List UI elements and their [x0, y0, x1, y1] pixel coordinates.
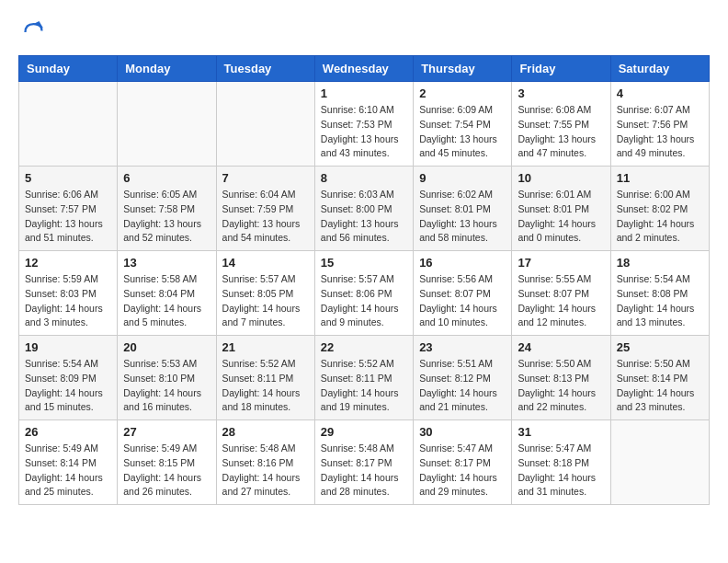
logo [18, 18, 50, 46]
day-number: 6 [123, 171, 210, 185]
day-info: Sunrise: 5:47 AMSunset: 8:17 PMDaylight:… [419, 442, 506, 500]
weekday-header: Saturday [610, 56, 709, 82]
day-number: 19 [25, 340, 111, 354]
page-header [18, 18, 710, 46]
day-info: Sunrise: 6:02 AMSunset: 8:01 PMDaylight:… [419, 188, 506, 246]
weekday-header: Thursday [414, 56, 512, 82]
calendar-day-cell [610, 420, 709, 505]
day-info: Sunrise: 5:52 AMSunset: 8:11 PMDaylight:… [321, 357, 407, 415]
day-info: Sunrise: 5:56 AMSunset: 8:07 PMDaylight:… [419, 272, 506, 330]
day-info: Sunrise: 6:00 AMSunset: 8:02 PMDaylight:… [617, 188, 703, 246]
day-number: 16 [419, 256, 506, 270]
day-number: 26 [25, 425, 111, 439]
calendar-day-cell: 16Sunrise: 5:56 AMSunset: 8:07 PMDayligh… [414, 251, 512, 336]
day-number: 31 [518, 425, 604, 439]
day-info: Sunrise: 5:47 AMSunset: 8:18 PMDaylight:… [518, 442, 604, 500]
weekday-header: Monday [118, 56, 216, 82]
calendar-day-cell: 31Sunrise: 5:47 AMSunset: 8:18 PMDayligh… [512, 420, 610, 505]
day-info: Sunrise: 5:48 AMSunset: 8:16 PMDaylight:… [222, 442, 309, 500]
day-number: 28 [222, 425, 309, 439]
calendar-header-row: SundayMondayTuesdayWednesdayThursdayFrid… [19, 56, 710, 82]
calendar-week-row: 12Sunrise: 5:59 AMSunset: 8:03 PMDayligh… [19, 251, 710, 336]
calendar-day-cell: 7Sunrise: 6:04 AMSunset: 7:59 PMDaylight… [216, 167, 314, 251]
calendar-day-cell: 6Sunrise: 6:05 AMSunset: 7:58 PMDaylight… [118, 167, 216, 251]
day-number: 23 [419, 340, 506, 354]
calendar-day-cell: 24Sunrise: 5:50 AMSunset: 8:13 PMDayligh… [512, 336, 610, 420]
calendar-day-cell: 11Sunrise: 6:00 AMSunset: 8:02 PMDayligh… [610, 167, 709, 251]
weekday-header: Friday [512, 56, 610, 82]
day-info: Sunrise: 5:55 AMSunset: 8:07 PMDaylight:… [518, 272, 604, 330]
day-number: 13 [123, 256, 210, 270]
calendar-week-row: 26Sunrise: 5:49 AMSunset: 8:14 PMDayligh… [19, 420, 710, 505]
calendar-day-cell: 26Sunrise: 5:49 AMSunset: 8:14 PMDayligh… [19, 420, 118, 505]
calendar-week-row: 19Sunrise: 5:54 AMSunset: 8:09 PMDayligh… [19, 336, 710, 420]
calendar-week-row: 1Sunrise: 6:10 AMSunset: 7:53 PMDaylight… [19, 82, 710, 167]
day-info: Sunrise: 5:57 AMSunset: 8:05 PMDaylight:… [222, 272, 309, 330]
day-number: 4 [617, 86, 703, 100]
day-number: 9 [419, 171, 506, 185]
calendar-day-cell [216, 82, 314, 167]
day-number: 24 [518, 340, 604, 354]
day-number: 3 [518, 86, 604, 100]
calendar-day-cell: 12Sunrise: 5:59 AMSunset: 8:03 PMDayligh… [19, 251, 118, 336]
calendar-day-cell: 29Sunrise: 5:48 AMSunset: 8:17 PMDayligh… [314, 420, 413, 505]
calendar-day-cell: 21Sunrise: 5:52 AMSunset: 8:11 PMDayligh… [216, 336, 314, 420]
calendar-day-cell: 10Sunrise: 6:01 AMSunset: 8:01 PMDayligh… [512, 167, 610, 251]
logo-icon [18, 18, 46, 46]
weekday-header: Tuesday [216, 56, 314, 82]
day-info: Sunrise: 6:06 AMSunset: 7:57 PMDaylight:… [25, 188, 111, 246]
calendar-day-cell [118, 82, 216, 167]
day-info: Sunrise: 5:52 AMSunset: 8:11 PMDaylight:… [222, 357, 309, 415]
day-info: Sunrise: 6:07 AMSunset: 7:56 PMDaylight:… [617, 103, 703, 161]
calendar-day-cell: 14Sunrise: 5:57 AMSunset: 8:05 PMDayligh… [216, 251, 314, 336]
day-number: 25 [617, 340, 703, 354]
weekday-header: Wednesday [314, 56, 413, 82]
day-number: 21 [222, 340, 309, 354]
calendar-day-cell: 23Sunrise: 5:51 AMSunset: 8:12 PMDayligh… [414, 336, 512, 420]
day-info: Sunrise: 6:03 AMSunset: 8:00 PMDaylight:… [321, 188, 407, 246]
day-number: 22 [321, 340, 407, 354]
calendar-day-cell: 22Sunrise: 5:52 AMSunset: 8:11 PMDayligh… [314, 336, 413, 420]
day-number: 18 [617, 256, 703, 270]
day-number: 2 [419, 86, 506, 100]
day-info: Sunrise: 5:51 AMSunset: 8:12 PMDaylight:… [419, 357, 506, 415]
calendar-day-cell: 18Sunrise: 5:54 AMSunset: 8:08 PMDayligh… [610, 251, 709, 336]
day-number: 17 [518, 256, 604, 270]
calendar-day-cell: 9Sunrise: 6:02 AMSunset: 8:01 PMDaylight… [414, 167, 512, 251]
calendar-day-cell: 17Sunrise: 5:55 AMSunset: 8:07 PMDayligh… [512, 251, 610, 336]
calendar-table: SundayMondayTuesdayWednesdayThursdayFrid… [18, 55, 710, 505]
day-number: 12 [25, 256, 111, 270]
day-number: 7 [222, 171, 309, 185]
calendar-day-cell: 3Sunrise: 6:08 AMSunset: 7:55 PMDaylight… [512, 82, 610, 167]
day-number: 5 [25, 171, 111, 185]
day-info: Sunrise: 5:54 AMSunset: 8:09 PMDaylight:… [25, 357, 111, 415]
calendar-week-row: 5Sunrise: 6:06 AMSunset: 7:57 PMDaylight… [19, 167, 710, 251]
day-info: Sunrise: 5:59 AMSunset: 8:03 PMDaylight:… [25, 272, 111, 330]
weekday-header: Sunday [19, 56, 118, 82]
day-info: Sunrise: 6:09 AMSunset: 7:54 PMDaylight:… [419, 103, 506, 161]
day-info: Sunrise: 5:50 AMSunset: 8:13 PMDaylight:… [518, 357, 604, 415]
day-info: Sunrise: 5:50 AMSunset: 8:14 PMDaylight:… [617, 357, 703, 415]
day-info: Sunrise: 6:01 AMSunset: 8:01 PMDaylight:… [518, 188, 604, 246]
day-info: Sunrise: 6:08 AMSunset: 7:55 PMDaylight:… [518, 103, 604, 161]
day-info: Sunrise: 6:10 AMSunset: 7:53 PMDaylight:… [321, 103, 407, 161]
calendar-day-cell: 4Sunrise: 6:07 AMSunset: 7:56 PMDaylight… [610, 82, 709, 167]
day-number: 27 [123, 425, 210, 439]
calendar-day-cell: 19Sunrise: 5:54 AMSunset: 8:09 PMDayligh… [19, 336, 118, 420]
calendar-day-cell: 28Sunrise: 5:48 AMSunset: 8:16 PMDayligh… [216, 420, 314, 505]
day-info: Sunrise: 5:49 AMSunset: 8:15 PMDaylight:… [123, 442, 210, 500]
day-info: Sunrise: 5:54 AMSunset: 8:08 PMDaylight:… [617, 272, 703, 330]
calendar-day-cell: 2Sunrise: 6:09 AMSunset: 7:54 PMDaylight… [414, 82, 512, 167]
calendar-day-cell: 15Sunrise: 5:57 AMSunset: 8:06 PMDayligh… [314, 251, 413, 336]
calendar-day-cell: 1Sunrise: 6:10 AMSunset: 7:53 PMDaylight… [314, 82, 413, 167]
day-info: Sunrise: 6:04 AMSunset: 7:59 PMDaylight:… [222, 188, 309, 246]
calendar-day-cell: 13Sunrise: 5:58 AMSunset: 8:04 PMDayligh… [118, 251, 216, 336]
calendar-day-cell: 25Sunrise: 5:50 AMSunset: 8:14 PMDayligh… [610, 336, 709, 420]
calendar-day-cell: 8Sunrise: 6:03 AMSunset: 8:00 PMDaylight… [314, 167, 413, 251]
day-number: 8 [321, 171, 407, 185]
day-info: Sunrise: 5:48 AMSunset: 8:17 PMDaylight:… [321, 442, 407, 500]
day-number: 29 [321, 425, 407, 439]
day-info: Sunrise: 6:05 AMSunset: 7:58 PMDaylight:… [123, 188, 210, 246]
day-info: Sunrise: 5:53 AMSunset: 8:10 PMDaylight:… [123, 357, 210, 415]
calendar-day-cell: 5Sunrise: 6:06 AMSunset: 7:57 PMDaylight… [19, 167, 118, 251]
